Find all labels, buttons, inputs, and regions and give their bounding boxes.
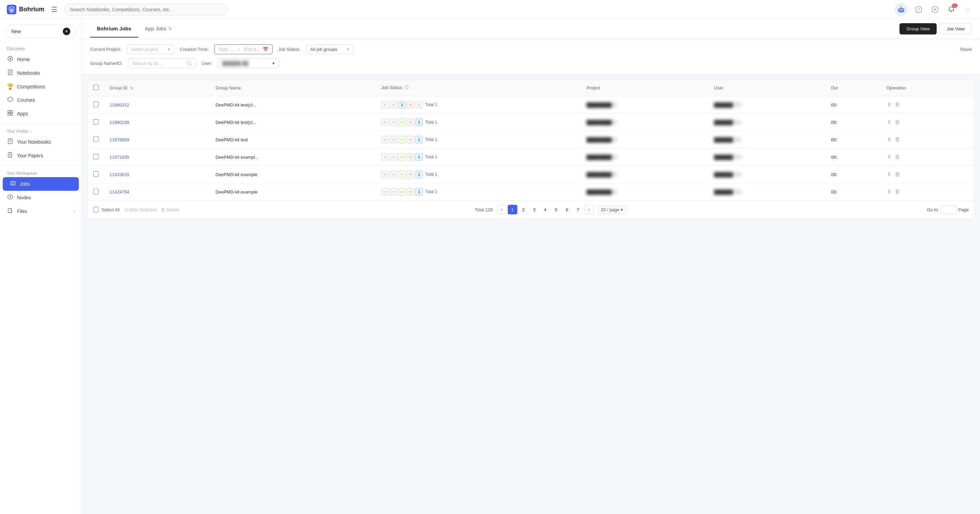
delete-label: Delete bbox=[167, 207, 180, 212]
sidebar-item-jobs[interactable]: Jobs bbox=[3, 177, 79, 191]
group-view-button[interactable]: Group View bbox=[899, 23, 937, 35]
delete-op-icon-5[interactable]: 🗑 bbox=[895, 189, 900, 195]
profile-arrow-icon: › bbox=[30, 129, 32, 134]
sidebar-item-competitions[interactable]: 🏆 Competitions bbox=[0, 80, 81, 93]
next-page-button[interactable]: › bbox=[584, 205, 594, 214]
table-row: 11880212 DeePMD-kit test(cl... −−1−− Tot… bbox=[88, 96, 974, 114]
sidebar-item-files[interactable]: Files › bbox=[0, 204, 81, 218]
operation-cell-0: ⏸ 🗑 bbox=[881, 96, 974, 114]
status-badge-green: − bbox=[398, 153, 406, 161]
group-id-link-5[interactable]: 11424794 bbox=[110, 189, 129, 194]
row-checkbox-2[interactable] bbox=[93, 137, 99, 142]
robot-icon[interactable] bbox=[895, 3, 908, 16]
info-icon[interactable]: ⓘ bbox=[405, 85, 409, 90]
pause-op-icon-1[interactable]: ⏸ bbox=[886, 119, 892, 125]
files-arrow-icon: › bbox=[73, 209, 75, 214]
group-name-label: Group Name/ID: bbox=[90, 61, 123, 66]
delete-button[interactable]: 0 Jobs Selected 🗑 Delete bbox=[125, 207, 179, 212]
sidebar-item-notebooks[interactable]: Notebooks bbox=[0, 66, 81, 80]
row-checkbox-3[interactable] bbox=[93, 154, 99, 159]
pause-op-icon-5[interactable]: ⏸ bbox=[886, 189, 892, 195]
tab-bohrium-jobs[interactable]: Bohrium Jobs bbox=[90, 20, 138, 38]
table-header-row: Group ID ⇅ Group Name Job Status ⓘ Proje… bbox=[88, 80, 974, 96]
group-id-link-4[interactable]: 11433615 bbox=[110, 172, 129, 177]
operation-cell-4: ⏸ 🗑 bbox=[881, 166, 974, 183]
page-2-button[interactable]: 2 bbox=[519, 205, 528, 214]
pause-op-icon-2[interactable]: ⏸ bbox=[886, 137, 892, 143]
select-all-checkbox[interactable] bbox=[93, 84, 99, 90]
delete-op-icon-4[interactable]: 🗑 bbox=[895, 171, 900, 177]
logo-area[interactable]: Bohrium bbox=[7, 5, 45, 14]
sort-icon[interactable]: ⇅ bbox=[130, 86, 133, 90]
sidebar-item-apps[interactable]: Apps bbox=[0, 107, 81, 121]
sidebar-item-courses[interactable]: Courses bbox=[0, 93, 81, 107]
sidebar-item-apps-label: Apps bbox=[17, 111, 28, 116]
goto-input[interactable] bbox=[940, 205, 956, 214]
sidebar-item-jobs-label: Jobs bbox=[20, 181, 30, 187]
sidebar-item-your-papers[interactable]: Your Papers bbox=[0, 149, 81, 162]
user-select[interactable]: ██████ ██ ▾ bbox=[218, 58, 279, 68]
group-id-link-2[interactable]: 11878959 bbox=[110, 137, 129, 142]
job-status-select[interactable]: All job groups ▾ bbox=[306, 45, 353, 54]
group-name-search[interactable]: Search by Jo... bbox=[128, 58, 196, 68]
job-view-button[interactable]: Job View bbox=[939, 23, 972, 35]
delete-op-icon-2[interactable]: 🗑 bbox=[895, 137, 900, 143]
svg-point-2 bbox=[899, 9, 901, 11]
reset-button[interactable]: Reset bbox=[960, 47, 972, 52]
sidebar-item-home[interactable]: Home bbox=[0, 53, 81, 66]
pause-op-icon-4[interactable]: ⏸ bbox=[886, 171, 892, 177]
pause-op-icon-0[interactable]: ⏸ bbox=[886, 102, 892, 108]
home-icon bbox=[7, 56, 14, 63]
group-id-link-3[interactable]: 11571835 bbox=[110, 154, 129, 160]
prev-page-button[interactable]: ‹ bbox=[497, 205, 506, 214]
delete-op-icon-3[interactable]: 🗑 bbox=[895, 154, 900, 160]
row-checkbox-1[interactable] bbox=[93, 119, 99, 124]
status-badge-green: − bbox=[398, 118, 406, 126]
workspace-section-label: Your Workspace bbox=[0, 168, 81, 177]
group-id-link-0[interactable]: 11880212 bbox=[110, 102, 129, 108]
sidebar-item-competitions-label: Competitions bbox=[17, 84, 45, 89]
profile-section-header[interactable]: Your Profile › bbox=[0, 126, 81, 135]
delete-op-icon-0[interactable]: 🗑 bbox=[895, 102, 900, 108]
bottom-select-all-checkbox[interactable] bbox=[93, 207, 99, 212]
page-1-button[interactable]: 1 bbox=[508, 205, 517, 214]
search-input[interactable] bbox=[64, 4, 228, 15]
svg-point-30 bbox=[10, 196, 11, 197]
page-7-button[interactable]: 7 bbox=[573, 205, 583, 214]
notification-icon[interactable]: 2 bbox=[946, 4, 957, 15]
new-button[interactable]: New + bbox=[5, 25, 76, 38]
status-badge-red: − bbox=[407, 188, 414, 196]
refresh-icon[interactable]: ↻ bbox=[168, 26, 172, 32]
help-icon[interactable]: ? bbox=[913, 4, 924, 15]
delete-op-icon-1[interactable]: 🗑 bbox=[895, 119, 900, 125]
discovery-section-label: Discovery bbox=[0, 44, 81, 53]
pause-op-icon-3[interactable]: ⏸ bbox=[886, 154, 892, 160]
svg-rect-31 bbox=[8, 208, 11, 213]
page-4-button[interactable]: 4 bbox=[541, 205, 550, 214]
th-user: User bbox=[709, 80, 826, 96]
page-5-button[interactable]: 5 bbox=[551, 205, 561, 214]
svg-rect-26 bbox=[11, 181, 15, 185]
svg-rect-7 bbox=[904, 9, 905, 11]
svg-rect-1 bbox=[899, 8, 904, 12]
star-icon[interactable]: ☆ bbox=[962, 4, 973, 15]
content-header: Bohrium Jobs App Jobs ↻ Group View Job V… bbox=[82, 19, 980, 39]
duration-cell-3: 00: bbox=[826, 148, 881, 166]
tab-app-jobs[interactable]: App Jobs ↻ bbox=[138, 20, 180, 38]
hamburger-icon[interactable]: ☰ bbox=[50, 4, 59, 15]
sidebar-item-nodes[interactable]: Nodes bbox=[0, 191, 81, 204]
sidebar-item-your-notebooks[interactable]: Your Notebooks bbox=[0, 135, 81, 149]
page-size-select[interactable]: 20 / page ▾ bbox=[598, 206, 626, 214]
date-range-picker[interactable]: Start ... → End d... 📅 bbox=[214, 45, 273, 54]
page-3-button[interactable]: 3 bbox=[530, 205, 539, 214]
download-icon[interactable] bbox=[929, 4, 940, 15]
row-checkbox-4[interactable] bbox=[93, 171, 99, 177]
status-badge-grey: − bbox=[381, 118, 389, 126]
row-checkbox-0[interactable] bbox=[93, 102, 99, 107]
status-badge-blue: 1 bbox=[398, 101, 406, 108]
project-select[interactable]: Select project ▾ bbox=[127, 45, 174, 54]
row-checkbox-5[interactable] bbox=[93, 189, 99, 194]
group-id-link-1[interactable]: 11880199 bbox=[110, 120, 129, 125]
project-cell-2: ████████ bbox=[581, 131, 709, 148]
page-6-button[interactable]: 6 bbox=[562, 205, 572, 214]
